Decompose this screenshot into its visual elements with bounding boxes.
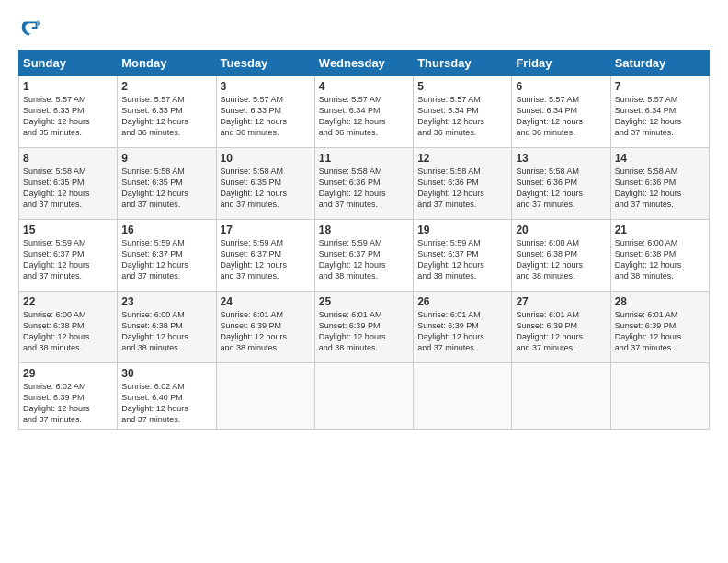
- day-info: Sunrise: 5:59 AM Sunset: 6:37 PM Dayligh…: [121, 237, 211, 282]
- calendar-cell: 2Sunrise: 5:57 AM Sunset: 6:33 PM Daylig…: [118, 76, 216, 148]
- calendar-cell: [610, 363, 709, 430]
- day-info: Sunrise: 6:02 AM Sunset: 6:40 PM Dayligh…: [121, 381, 211, 426]
- calendar-weekday-saturday: Saturday: [610, 51, 709, 76]
- calendar-cell: 9Sunrise: 5:58 AM Sunset: 6:35 PM Daylig…: [118, 148, 216, 220]
- day-info: Sunrise: 5:57 AM Sunset: 6:34 PM Dayligh…: [516, 94, 606, 139]
- day-info: Sunrise: 5:58 AM Sunset: 6:35 PM Dayligh…: [221, 166, 311, 211]
- calendar-cell: [414, 363, 512, 430]
- day-number: 7: [615, 80, 705, 93]
- calendar-cell: 29Sunrise: 6:02 AM Sunset: 6:39 PM Dayli…: [19, 363, 118, 430]
- calendar-header-row: SundayMondayTuesdayWednesdayThursdayFrid…: [19, 51, 710, 76]
- day-number: 12: [417, 152, 507, 165]
- day-number: 15: [23, 224, 113, 236]
- day-info: Sunrise: 6:00 AM Sunset: 6:38 PM Dayligh…: [615, 237, 705, 282]
- page-container: SundayMondayTuesdayWednesdayThursdayFrid…: [0, 0, 728, 439]
- calendar-weekday-monday: Monday: [118, 51, 216, 76]
- calendar-cell: 15Sunrise: 5:59 AM Sunset: 6:37 PM Dayli…: [19, 220, 118, 292]
- calendar-cell: 8Sunrise: 5:58 AM Sunset: 6:35 PM Daylig…: [19, 148, 118, 220]
- day-number: 18: [319, 224, 409, 236]
- day-info: Sunrise: 5:58 AM Sunset: 6:35 PM Dayligh…: [23, 166, 113, 211]
- day-info: Sunrise: 5:59 AM Sunset: 6:37 PM Dayligh…: [221, 237, 311, 282]
- calendar-cell: 6Sunrise: 5:57 AM Sunset: 6:34 PM Daylig…: [512, 76, 610, 148]
- day-number: 6: [516, 80, 606, 93]
- day-number: 28: [615, 295, 705, 308]
- calendar-cell: 11Sunrise: 5:58 AM Sunset: 6:36 PM Dayli…: [314, 148, 413, 220]
- day-info: Sunrise: 5:58 AM Sunset: 6:36 PM Dayligh…: [319, 166, 409, 211]
- day-number: 20: [516, 224, 606, 236]
- calendar-cell: 18Sunrise: 5:59 AM Sunset: 6:37 PM Dayli…: [314, 220, 413, 292]
- day-info: Sunrise: 5:57 AM Sunset: 6:34 PM Dayligh…: [615, 94, 705, 139]
- logo: [18, 15, 48, 40]
- calendar-cell: 23Sunrise: 6:00 AM Sunset: 6:38 PM Dayli…: [118, 292, 216, 363]
- calendar-weekday-thursday: Thursday: [414, 51, 512, 76]
- day-number: 17: [221, 224, 311, 236]
- day-number: 27: [516, 295, 606, 308]
- calendar-cell: 7Sunrise: 5:57 AM Sunset: 6:34 PM Daylig…: [610, 76, 709, 148]
- day-number: 9: [121, 152, 211, 165]
- day-number: 3: [221, 80, 311, 93]
- calendar-cell: 22Sunrise: 6:00 AM Sunset: 6:38 PM Dayli…: [19, 292, 118, 363]
- day-number: 24: [221, 295, 311, 308]
- calendar-weekday-sunday: Sunday: [19, 51, 118, 76]
- day-info: Sunrise: 5:58 AM Sunset: 6:35 PM Dayligh…: [121, 166, 211, 211]
- calendar-weekday-friday: Friday: [512, 51, 610, 76]
- day-number: 11: [319, 152, 409, 165]
- day-number: 23: [121, 295, 211, 308]
- calendar-table: SundayMondayTuesdayWednesdayThursdayFrid…: [18, 50, 710, 430]
- day-number: 21: [615, 224, 705, 236]
- day-info: Sunrise: 5:57 AM Sunset: 6:33 PM Dayligh…: [23, 94, 113, 139]
- day-info: Sunrise: 5:58 AM Sunset: 6:36 PM Dayligh…: [417, 166, 507, 211]
- day-info: Sunrise: 5:59 AM Sunset: 6:37 PM Dayligh…: [319, 237, 409, 282]
- calendar-cell: 5Sunrise: 5:57 AM Sunset: 6:34 PM Daylig…: [414, 76, 512, 148]
- calendar-cell: 19Sunrise: 5:59 AM Sunset: 6:37 PM Dayli…: [414, 220, 512, 292]
- calendar-cell: 4Sunrise: 5:57 AM Sunset: 6:34 PM Daylig…: [314, 76, 413, 148]
- day-number: 22: [23, 295, 113, 308]
- day-info: Sunrise: 5:57 AM Sunset: 6:33 PM Dayligh…: [221, 94, 311, 139]
- day-number: 14: [615, 152, 705, 165]
- calendar-cell: [314, 363, 413, 430]
- day-info: Sunrise: 6:00 AM Sunset: 6:38 PM Dayligh…: [516, 237, 606, 282]
- calendar-cell: 20Sunrise: 6:00 AM Sunset: 6:38 PM Dayli…: [512, 220, 610, 292]
- day-number: 13: [516, 152, 606, 165]
- calendar-cell: 30Sunrise: 6:02 AM Sunset: 6:40 PM Dayli…: [118, 363, 216, 430]
- calendar-cell: 21Sunrise: 6:00 AM Sunset: 6:38 PM Dayli…: [610, 220, 709, 292]
- day-number: 2: [121, 80, 211, 93]
- day-info: Sunrise: 6:01 AM Sunset: 6:39 PM Dayligh…: [319, 309, 409, 354]
- day-info: Sunrise: 5:58 AM Sunset: 6:36 PM Dayligh…: [615, 166, 705, 211]
- day-info: Sunrise: 6:02 AM Sunset: 6:39 PM Dayligh…: [23, 381, 113, 426]
- calendar-cell: 16Sunrise: 5:59 AM Sunset: 6:37 PM Dayli…: [118, 220, 216, 292]
- logo-icon: [18, 15, 44, 40]
- day-number: 8: [23, 152, 113, 165]
- day-info: Sunrise: 6:01 AM Sunset: 6:39 PM Dayligh…: [221, 309, 311, 354]
- day-number: 25: [319, 295, 409, 308]
- calendar-cell: 27Sunrise: 6:01 AM Sunset: 6:39 PM Dayli…: [512, 292, 610, 363]
- calendar-cell: 26Sunrise: 6:01 AM Sunset: 6:39 PM Dayli…: [414, 292, 512, 363]
- day-number: 16: [121, 224, 211, 236]
- day-number: 5: [417, 80, 507, 93]
- calendar-cell: 14Sunrise: 5:58 AM Sunset: 6:36 PM Dayli…: [610, 148, 709, 220]
- calendar-weekday-wednesday: Wednesday: [314, 51, 413, 76]
- calendar-body: 1Sunrise: 5:57 AM Sunset: 6:33 PM Daylig…: [19, 76, 710, 430]
- day-info: Sunrise: 5:59 AM Sunset: 6:37 PM Dayligh…: [417, 237, 507, 282]
- day-info: Sunrise: 6:01 AM Sunset: 6:39 PM Dayligh…: [417, 309, 507, 354]
- day-info: Sunrise: 6:00 AM Sunset: 6:38 PM Dayligh…: [23, 309, 113, 354]
- day-info: Sunrise: 5:57 AM Sunset: 6:33 PM Dayligh…: [121, 94, 211, 139]
- calendar-cell: 17Sunrise: 5:59 AM Sunset: 6:37 PM Dayli…: [216, 220, 314, 292]
- page-header: [18, 15, 710, 40]
- calendar-cell: 3Sunrise: 5:57 AM Sunset: 6:33 PM Daylig…: [216, 76, 314, 148]
- calendar-cell: [512, 363, 610, 430]
- day-number: 10: [221, 152, 311, 165]
- day-info: Sunrise: 6:01 AM Sunset: 6:39 PM Dayligh…: [516, 309, 606, 354]
- day-number: 19: [417, 224, 507, 236]
- day-number: 30: [121, 367, 211, 380]
- calendar-cell: 28Sunrise: 6:01 AM Sunset: 6:39 PM Dayli…: [610, 292, 709, 363]
- day-info: Sunrise: 6:01 AM Sunset: 6:39 PM Dayligh…: [615, 309, 705, 354]
- day-info: Sunrise: 5:58 AM Sunset: 6:36 PM Dayligh…: [516, 166, 606, 211]
- day-number: 26: [417, 295, 507, 308]
- day-info: Sunrise: 5:59 AM Sunset: 6:37 PM Dayligh…: [23, 237, 113, 282]
- calendar-weekday-tuesday: Tuesday: [216, 51, 314, 76]
- calendar-cell: 13Sunrise: 5:58 AM Sunset: 6:36 PM Dayli…: [512, 148, 610, 220]
- calendar-cell: 25Sunrise: 6:01 AM Sunset: 6:39 PM Dayli…: [314, 292, 413, 363]
- day-info: Sunrise: 6:00 AM Sunset: 6:38 PM Dayligh…: [121, 309, 211, 354]
- day-number: 1: [23, 80, 113, 93]
